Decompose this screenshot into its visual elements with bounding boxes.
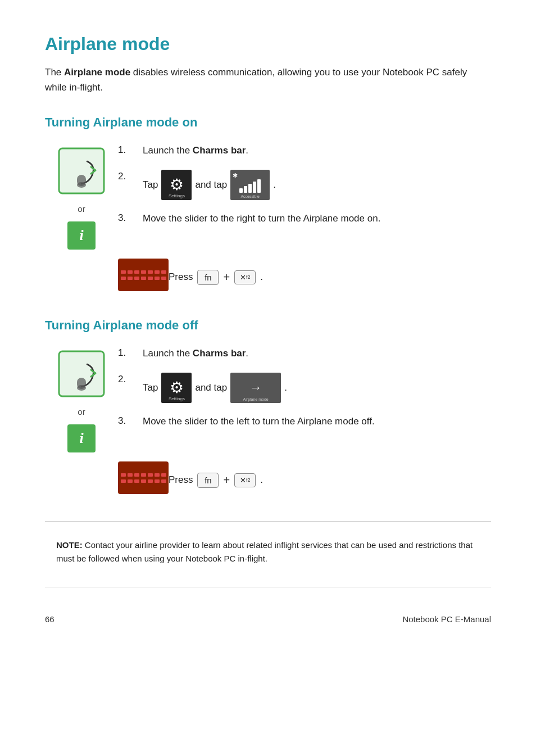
step-on-3-num: 3. [118, 211, 134, 224]
step-on-1-text: Launch the Charms bar. [143, 143, 248, 158]
step-on-1-num: 1. [118, 143, 134, 156]
press-period-on: . [260, 271, 263, 283]
note-text: Contact your airline provider to learn a… [56, 540, 473, 563]
footer-page-number: 66 [45, 614, 54, 624]
step-on-2-period: . [273, 179, 276, 191]
step-off-2: 2. Tap ⚙ Settings and tap → Airplane mod… [118, 373, 491, 403]
gear-icon: ⚙ [170, 175, 184, 194]
footer-manual-title: Notebook PC E-Manual [402, 614, 491, 624]
network-button-on: ✱ Accessible [230, 170, 270, 200]
press-row-off: Press fn + ✕ f2 . [118, 461, 491, 494]
tap-label-off: Tap [143, 382, 158, 393]
intro-paragraph: The Airplane mode disables wireless comm… [45, 65, 491, 95]
fn-key-off: fn [197, 473, 219, 488]
step-off-1: 1. Launch the Charms bar. [118, 346, 491, 361]
plus-sign-off: + [223, 474, 230, 487]
airplane-symbol-on: ✕ [240, 273, 246, 282]
keyboard-icon-off [118, 461, 169, 494]
step-off-3-num: 3. [118, 414, 134, 427]
icon-column-off: or i [45, 346, 118, 452]
section-airplane-off: Turning Airplane mode off or i [45, 318, 491, 494]
press-label-off: Press [169, 474, 193, 486]
section-on-heading: Turning Airplane mode on [45, 115, 491, 130]
step-on-2-num: 2. [118, 170, 134, 182]
swipe-gesture-icon [56, 146, 107, 196]
plus-sign-on: + [223, 271, 230, 284]
note-bold: NOTE: [56, 540, 83, 550]
steps-col-on: 1. Launch the Charms bar. 2. Tap ⚙ Setti… [118, 143, 491, 226]
step-on-2-content: Tap ⚙ Settings and tap ✱ [143, 170, 276, 200]
settings-label: Settings [169, 193, 185, 198]
keyboard-icon-on [118, 259, 169, 291]
note-box: NOTE: Contact your airline provider to l… [45, 531, 491, 573]
instruction-block-on: or i 1. Launch the Charms bar. 2. Tap [45, 143, 491, 250]
f2-key-off: ✕ f2 [234, 473, 256, 487]
f2-superscript-off: f2 [246, 477, 251, 483]
gear-icon-off: ⚙ [170, 378, 184, 397]
step-off-1-text: Launch the Charms bar. [143, 346, 248, 361]
section-airplane-on: Turning Airplane mode on [45, 115, 491, 291]
airplane-symbol-off: ✕ [240, 476, 246, 485]
f2-key-on: ✕ f2 [234, 270, 256, 284]
steps-col-off: 1. Launch the Charms bar. 2. Tap ⚙ Setti… [118, 346, 491, 429]
info-icon-on: i [67, 221, 96, 250]
signal-bars [239, 177, 261, 193]
airplane-mode-button-off: → Airplane mode [230, 373, 281, 403]
divider-bottom [45, 587, 491, 587]
press-shortcut-on: Press fn + ✕ f2 . [169, 270, 263, 285]
divider-top [45, 521, 491, 522]
and-tap-label-off: and tap [195, 382, 227, 393]
or-label-on: or [78, 204, 85, 214]
press-label-on: Press [169, 271, 193, 283]
footer: 66 Notebook PC E-Manual [45, 610, 491, 624]
icon-column-on: or i [45, 143, 118, 250]
f2-superscript-on: f2 [246, 274, 251, 280]
or-label-off: or [78, 407, 85, 417]
settings-button-off: ⚙ Settings [161, 373, 192, 403]
swipe-gesture-icon-off [56, 348, 107, 399]
instruction-block-off: or i 1. Launch the Charms bar. 2. Tap [45, 346, 491, 452]
page-title: Airplane mode [45, 34, 491, 55]
fn-key-on: fn [197, 270, 219, 285]
step-off-2-period: . [284, 382, 287, 393]
press-shortcut-off: Press fn + ✕ f2 . [169, 473, 263, 488]
star-icon: ✱ [233, 172, 238, 179]
step-on-2: 2. Tap ⚙ Settings and tap ✱ [118, 170, 491, 200]
tap-label-on: Tap [143, 179, 158, 191]
network-label: Accessible [240, 194, 259, 198]
step-off-3: 3. Move the slider to the left to turn t… [118, 414, 491, 429]
step-off-2-num: 2. [118, 373, 134, 385]
step-on-3: 3. Move the slider to the right to turn … [118, 211, 491, 226]
press-period-off: . [260, 474, 263, 486]
step-on-1: 1. Launch the Charms bar. [118, 143, 491, 158]
airplane-icon: → [249, 381, 262, 395]
settings-button-on: ⚙ Settings [161, 170, 192, 200]
section-off-heading: Turning Airplane mode off [45, 318, 491, 333]
airplane-label: Airplane mode [243, 397, 269, 401]
step-off-2-content: Tap ⚙ Settings and tap → Airplane mode . [143, 373, 287, 403]
step-off-3-text: Move the slider to the left to turn the … [143, 414, 375, 429]
svg-rect-3 [77, 175, 86, 186]
step-off-1-num: 1. [118, 346, 134, 359]
svg-rect-7 [77, 378, 86, 389]
press-row-on: Press fn + ✕ f2 . [118, 259, 491, 291]
settings-label-off: Settings [169, 396, 185, 401]
and-tap-label-on: and tap [195, 179, 227, 191]
info-icon-off: i [67, 424, 96, 452]
step-on-3-text: Move the slider to the right to turn the… [143, 211, 380, 226]
